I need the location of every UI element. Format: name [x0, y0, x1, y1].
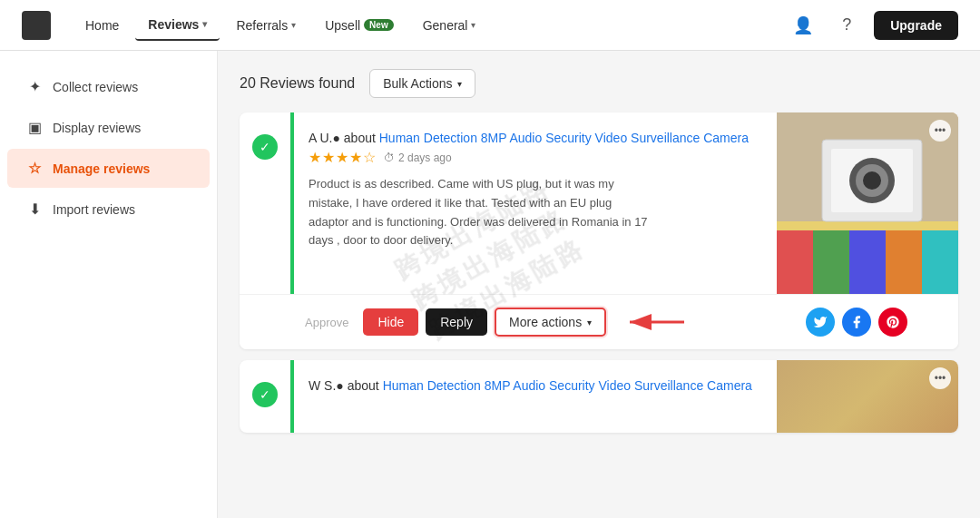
review-2-image: ••• [777, 360, 958, 433]
review-1-approved-check: ✓ [252, 134, 278, 160]
bulk-actions-label: Bulk Actions [383, 76, 452, 91]
svg-rect-6 [922, 230, 958, 294]
review-1-stars: ★★★★☆ [309, 149, 377, 166]
more-actions-button[interactable]: More actions ▾ [495, 308, 606, 337]
review-card-2-body: ✓ W S.● about Human Detection 8MP Audio … [240, 360, 958, 433]
sidebar-import-label: Import reviews [53, 202, 135, 217]
app-logo [22, 11, 51, 40]
review-1-check-col: ✓ [240, 112, 290, 294]
review-2-check-col: ✓ [240, 360, 290, 433]
reviews-count: 20 Reviews found [240, 75, 355, 92]
review-1-actions-bar: Approve Hide Reply More actions ▾ [240, 294, 958, 349]
review-2-author: W S.● [309, 378, 344, 393]
more-actions-label: More actions [509, 315, 582, 329]
review-2-title: W S.● about Human Detection 8MP Audio Se… [309, 378, 762, 393]
display-icon: ▣ [25, 119, 44, 136]
arrow-svg [621, 306, 693, 338]
svg-point-11 [863, 171, 881, 190]
general-chevron-icon: ▾ [471, 20, 475, 30]
svg-rect-4 [849, 230, 886, 294]
review-2-about: about [348, 378, 383, 393]
reply-button[interactable]: Reply [426, 308, 487, 336]
nav-referrals[interactable]: Referrals ▾ [223, 11, 309, 40]
review-1-author: A U.● [309, 131, 340, 145]
upgrade-button[interactable]: Upgrade [874, 11, 958, 40]
review-1-content: A U.● about Human Detection 8MP Audio Se… [294, 112, 777, 294]
review-2-image-placeholder: ••• [777, 360, 958, 433]
review-1-time: ⏱ 2 days ago [384, 151, 452, 164]
sidebar-collect-label: Collect reviews [53, 80, 138, 94]
upsell-badge: New [364, 19, 394, 31]
reviews-chevron-icon: ▾ [202, 19, 207, 29]
collect-icon: ✦ [25, 78, 44, 95]
sidebar-item-display[interactable]: ▣ Display reviews [7, 108, 210, 147]
referrals-chevron-icon: ▾ [291, 20, 296, 30]
review-2-content: W S.● about Human Detection 8MP Audio Se… [294, 360, 777, 433]
arrow-indicator [621, 306, 693, 338]
review-1-meta: ★★★★☆ ⏱ 2 days ago [309, 149, 762, 166]
import-icon: ⬇ [25, 200, 44, 218]
help-icon-button[interactable]: ? [830, 9, 863, 42]
nav-reviews[interactable]: Reviews ▾ [135, 10, 220, 41]
reviews-header: 20 Reviews found Bulk Actions ▾ [240, 69, 958, 98]
sidebar-display-label: Display reviews [53, 121, 141, 135]
pinterest-share-button[interactable] [878, 308, 907, 337]
nav-home[interactable]: Home [73, 11, 132, 40]
main-content: 20 Reviews found Bulk Actions ▾ ✓ A U.● [218, 51, 980, 518]
svg-rect-3 [813, 230, 849, 294]
sidebar-manage-label: Manage reviews [53, 161, 150, 176]
sidebar: ✦ Collect reviews ▣ Display reviews ☆ Ma… [0, 51, 218, 518]
svg-rect-2 [777, 230, 813, 294]
facebook-icon [849, 315, 864, 329]
bulk-actions-caret-icon: ▾ [457, 79, 462, 89]
review-1-product-image [777, 112, 958, 294]
review-2-image-menu-button[interactable]: ••• [929, 367, 951, 389]
bulk-actions-button[interactable]: Bulk Actions ▾ [369, 69, 475, 98]
review-card-1-body: ✓ A U.● about Human Detection 8MP Audio … [240, 112, 958, 294]
review-card-2: ✓ W S.● about Human Detection 8MP Audio … [240, 360, 958, 433]
more-actions-caret-icon: ▾ [587, 318, 592, 327]
facebook-share-button[interactable] [842, 308, 871, 337]
twitter-icon [813, 315, 828, 329]
review-2-product-link[interactable]: Human Detection 8MP Audio Security Video… [383, 378, 752, 393]
review-1-about: about [344, 131, 379, 145]
social-icons [806, 308, 907, 337]
nav-right: 👤 ? Upgrade [787, 9, 958, 42]
clock-icon: ⏱ [384, 151, 395, 164]
approve-label: Approve [305, 316, 348, 329]
sidebar-item-collect[interactable]: ✦ Collect reviews [7, 67, 210, 106]
nav-general[interactable]: General ▾ [410, 11, 489, 40]
svg-rect-5 [886, 230, 922, 294]
sidebar-item-manage[interactable]: ☆ Manage reviews [7, 149, 210, 188]
twitter-share-button[interactable] [806, 308, 835, 337]
sidebar-item-import[interactable]: ⬇ Import reviews [7, 190, 210, 229]
review-1-body: Product is as described. Came with US pl… [309, 175, 653, 250]
review-card-1: ✓ A U.● about Human Detection 8MP Audio … [240, 112, 958, 349]
nav-upsell[interactable]: Upsell New [312, 11, 406, 40]
review-1-image-placeholder: ••• [777, 112, 958, 294]
manage-icon: ☆ [25, 160, 44, 177]
review-2-approved-check: ✓ [252, 382, 278, 407]
review-1-image-menu-button[interactable]: ••• [929, 120, 951, 142]
account-icon-button[interactable]: 👤 [787, 9, 819, 42]
nav-items: Home Reviews ▾ Referrals ▾ Upsell New Ge… [73, 10, 787, 41]
top-nav: Home Reviews ▾ Referrals ▾ Upsell New Ge… [0, 0, 980, 51]
review-1-title: A U.● about Human Detection 8MP Audio Se… [309, 131, 762, 145]
hide-button[interactable]: Hide [363, 308, 418, 336]
review-1-image: ••• [777, 112, 958, 294]
review-1-product-link[interactable]: Human Detection 8MP Audio Security Video… [379, 131, 749, 145]
pinterest-icon [886, 315, 900, 329]
layout: ✦ Collect reviews ▣ Display reviews ☆ Ma… [0, 51, 980, 518]
